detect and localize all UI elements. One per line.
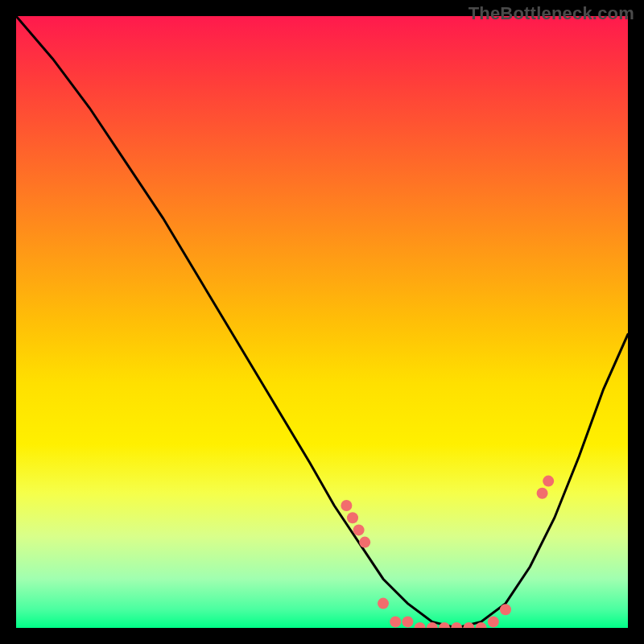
data-point xyxy=(359,537,370,548)
bottleneck-curve xyxy=(16,16,628,628)
data-point xyxy=(347,512,358,523)
watermark-text: TheBottleneck.com xyxy=(469,3,634,24)
data-point xyxy=(378,598,389,609)
chart-svg xyxy=(16,16,628,628)
data-point xyxy=(543,476,554,487)
data-point xyxy=(500,604,511,615)
data-point xyxy=(353,524,365,535)
data-point xyxy=(390,616,401,627)
data-point xyxy=(537,488,548,499)
data-point xyxy=(341,500,352,511)
data-point xyxy=(415,622,426,628)
scatter-points xyxy=(341,476,554,628)
data-point xyxy=(402,616,413,627)
chart-wrapper: TheBottleneck.com xyxy=(0,0,644,644)
data-point xyxy=(488,616,499,627)
data-point xyxy=(451,622,462,628)
